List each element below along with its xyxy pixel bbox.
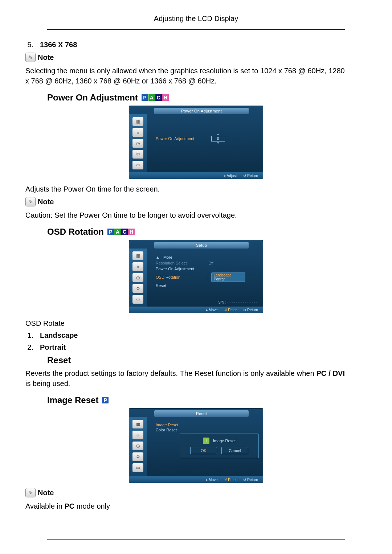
osd-item-label: Power On Adjustment	[156, 136, 203, 141]
osd-side-icon: ▦	[132, 420, 143, 428]
divider-top	[47, 29, 345, 30]
badge-c-icon: C	[121, 229, 128, 235]
osd-value-spinner: ▲ 0 ▼	[211, 136, 225, 141]
heading-osd-rotation: OSD Rotation P A C H	[47, 227, 345, 237]
osd-serial-number: S/N : - - - - - - - - - - - - - -	[218, 300, 257, 304]
osd-item-more: More	[163, 255, 211, 259]
list-label: Landscape	[40, 331, 78, 340]
osd-side-icon: ⚙	[132, 150, 143, 159]
osd-side-icon: ◷	[132, 139, 143, 148]
osd-side-icon: ☼	[132, 262, 143, 271]
chevron-up-icon: ▲	[217, 132, 220, 136]
osd-option-portrait: Portrait	[214, 277, 243, 281]
note-label: Note	[38, 53, 54, 62]
note-row: ✎ Note	[25, 53, 345, 62]
osd-footer-move: ♦ Move	[206, 478, 217, 482]
osd-item-poa: Power On Adjustment	[156, 267, 203, 271]
osd-side-icon: ◷	[132, 442, 143, 450]
osd-value: 0	[217, 137, 219, 141]
divider-bottom	[47, 539, 345, 539]
dialog-ok-button: OK	[190, 447, 217, 454]
item5-note-text: Selecting the menu is only allowed when …	[25, 66, 345, 86]
osd-option-landscape: Landscape	[214, 273, 243, 277]
badge-a-icon: A	[114, 229, 121, 235]
note-label: Note	[38, 198, 54, 206]
osd-side-icon: ☼	[132, 431, 143, 439]
osd-footer-return: ↺ Return	[243, 174, 258, 178]
badge-p-icon: P	[107, 229, 114, 235]
mode-badges: P	[102, 397, 109, 403]
list-number: 2.	[25, 343, 33, 352]
heading-text: OSD Rotation	[47, 227, 104, 237]
osd-side-icon: ◷	[132, 273, 143, 282]
osd-footer-enter: ⏎ Enter	[224, 308, 237, 312]
osd-value: : Off	[207, 261, 213, 265]
osd-side-icon: ⚙	[132, 452, 143, 461]
osd-rotation-dropdown: Landscape Portrait	[211, 272, 245, 282]
heading-image-reset: Image Reset P	[47, 395, 345, 405]
badge-p-icon: P	[102, 397, 109, 403]
power-on-caution: Caution: Set the Power On time to be lon…	[25, 210, 345, 220]
list-label: Portrait	[40, 343, 66, 352]
osd-side-icon: ▭	[132, 463, 143, 472]
osd-footer-return: ↺ Return	[243, 308, 258, 312]
heading-text: Power On Adjustment	[47, 93, 138, 103]
osd-title: Setup	[154, 242, 249, 249]
badge-a-icon: A	[148, 94, 155, 101]
mode-badges: P A C H	[107, 229, 135, 235]
image-reset-note-text: Available in PC mode only	[25, 501, 345, 511]
osd-item-res-select: Resolution Select	[156, 261, 203, 265]
osd-side-icon: ▭	[132, 295, 143, 304]
note-icon: ✎	[25, 53, 36, 62]
image-reset-note-bold: PC	[64, 502, 74, 510]
osd-side-icon: ☼	[132, 128, 143, 137]
osd-side-icon: ▭	[132, 161, 143, 169]
info-icon: i	[203, 438, 209, 444]
note-icon: ✎	[25, 197, 36, 206]
heading-text: Image Reset	[47, 395, 98, 405]
osd-power-on-screenshot: Power On Adjustment ▦ ☼ ◷ ⚙ ▭ Power On A…	[129, 106, 263, 179]
osd-side-icon: ▦	[132, 251, 143, 260]
reset-text-bold: PC / DVI	[317, 369, 345, 377]
image-reset-dialog: i Image Reset OK Cancel	[180, 434, 259, 458]
badge-h-icon: H	[128, 229, 135, 235]
osd-title: Reset	[154, 410, 249, 417]
osd-footer-adjust: ♦ Adjust	[224, 174, 237, 178]
note-icon: ✎	[25, 488, 36, 497]
badge-p-icon: P	[142, 94, 148, 101]
heading-text: Reset	[47, 355, 71, 365]
note-row: ✎ Note	[25, 197, 345, 206]
reset-text: Reverts the product settings to factory …	[25, 368, 345, 389]
heading-power-on-adjustment: Power On Adjustment P A C H	[47, 93, 345, 103]
dialog-cancel-button: Cancel	[221, 447, 248, 454]
page-header-title: Adjusting the LCD Display	[0, 15, 392, 26]
list-number: 5.	[25, 41, 33, 49]
osd-item-color-reset: Color Reset	[156, 428, 203, 432]
osd-rotate-label: OSD Rotate	[25, 318, 345, 328]
osd-rotation-screenshot: Setup ▦ ☼ ◷ ⚙ ▭ ▲More Resolution Select:…	[129, 240, 263, 313]
osd-side-icon: ⚙	[132, 284, 143, 293]
list-number: 1.	[25, 331, 33, 340]
note-label: Note	[38, 489, 54, 497]
osd-footer-move: ♦ Move	[206, 308, 217, 312]
badge-h-icon: H	[162, 94, 169, 101]
osd-item-reset: Reset	[156, 283, 203, 288]
osd-title: Power On Adjustment	[154, 108, 249, 114]
chevron-down-icon: ▼	[217, 141, 220, 145]
rotation-list-item-landscape: 1. Landscape	[25, 331, 345, 340]
osd-image-reset-screenshot: Reset ▦ ☼ ◷ ⚙ ▭ Image Reset Color Reset …	[129, 408, 263, 483]
osd-item-image-reset: Image Reset	[156, 423, 203, 427]
power-on-desc: Adjusts the Power On time for the screen…	[25, 184, 345, 194]
heading-reset: Reset	[47, 355, 345, 365]
osd-footer-return: ↺ Return	[243, 478, 258, 482]
list-label: 1366 X 768	[40, 41, 77, 49]
rotation-list-item-portrait: 2. Portrait	[25, 343, 345, 352]
resolution-list-item-5: 5. 1366 X 768	[25, 41, 345, 49]
osd-side-icon: ▦	[132, 117, 143, 126]
badge-c-icon: C	[155, 94, 162, 101]
note-row: ✎ Note	[25, 488, 345, 497]
osd-footer-enter: ⏎ Enter	[224, 478, 237, 482]
dialog-title: Image Reset	[213, 439, 236, 443]
mode-badges: P A C H	[142, 94, 169, 101]
osd-item-rotation: OSD Rotation	[156, 275, 203, 279]
